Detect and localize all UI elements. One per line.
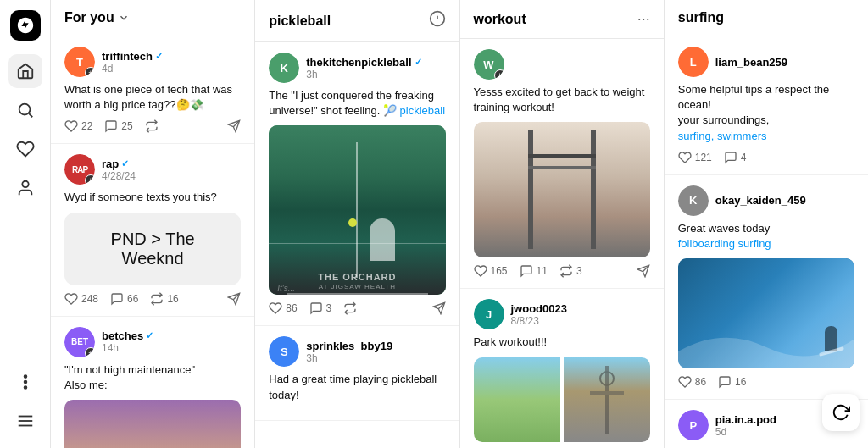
more-icon[interactable]: ··· bbox=[637, 10, 650, 28]
for-you-header: For you bbox=[51, 0, 254, 36]
avatar: W + bbox=[474, 49, 504, 80]
follow-plus[interactable]: + bbox=[85, 347, 95, 357]
post-header: J jwood0023 8/8/23 bbox=[474, 299, 650, 329]
workout-image-2 bbox=[564, 357, 650, 442]
post-time: 5d bbox=[715, 426, 776, 438]
svg-line-1 bbox=[29, 113, 32, 117]
like-button[interactable]: 248 bbox=[64, 292, 98, 306]
avatar-image: L bbox=[678, 47, 709, 77]
repost-button[interactable] bbox=[145, 119, 159, 133]
post-actions: 86 3 bbox=[269, 301, 445, 315]
comment-count: 3 bbox=[326, 302, 332, 314]
like-button[interactable]: 86 bbox=[678, 375, 706, 389]
comment-button[interactable]: 66 bbox=[110, 292, 138, 306]
repost-button[interactable]: 3 bbox=[559, 264, 582, 278]
post-text: Had a great time playing pickleball toda… bbox=[269, 372, 445, 402]
post-actions: 22 25 bbox=[64, 119, 241, 133]
svg-rect-23 bbox=[590, 391, 624, 395]
heart-icon[interactable] bbox=[8, 132, 42, 166]
post-actions: 86 16 bbox=[678, 375, 854, 389]
verified-badge: ✓ bbox=[155, 51, 163, 62]
post-header: K thekitchenpickleball ✓ 3h bbox=[269, 53, 445, 83]
verified-badge: ✓ bbox=[121, 158, 129, 169]
comment-button[interactable]: 11 bbox=[520, 264, 548, 278]
more-options-icon[interactable] bbox=[8, 365, 42, 399]
post-meta: okay_kaiden_459 bbox=[715, 194, 806, 207]
avatar-image: K bbox=[678, 185, 709, 216]
follow-plus[interactable]: + bbox=[494, 69, 504, 80]
post-workout-1: W + Yesss excited to get back to weight … bbox=[460, 39, 664, 289]
post-text: Great waves today foilboarding surfing bbox=[678, 221, 854, 252]
comment-button[interactable]: 3 bbox=[309, 301, 332, 315]
pickleball-title: pickleball bbox=[269, 14, 331, 29]
comment-count: 16 bbox=[735, 376, 746, 388]
gym-image bbox=[474, 122, 650, 257]
svg-rect-22 bbox=[605, 366, 609, 434]
surfing-column-wrapper: surfing L liam_bean259 bbox=[665, 0, 868, 448]
username: triffintech ✓ bbox=[102, 50, 163, 63]
post-time: 3h bbox=[306, 352, 392, 364]
workout-header: workout ··· bbox=[460, 0, 664, 39]
username: sprinkles_bby19 bbox=[306, 340, 392, 352]
refresh-button[interactable] bbox=[822, 394, 860, 431]
post-text: The "I just conquered the freaking unive… bbox=[269, 88, 445, 119]
post-text: Park workout!!! bbox=[474, 335, 650, 350]
post-meta: sprinkles_bby19 3h bbox=[306, 340, 392, 364]
post-time: 14h bbox=[102, 342, 153, 354]
workout-images bbox=[474, 357, 650, 442]
comment-count: 11 bbox=[537, 265, 548, 277]
post-liam: L liam_bean259 Some helpful tips a respe… bbox=[665, 36, 868, 175]
comment-button[interactable]: 16 bbox=[718, 375, 746, 389]
comment-button[interactable]: 4 bbox=[724, 151, 747, 164]
home-icon[interactable] bbox=[8, 54, 42, 88]
avatar: BET + bbox=[64, 327, 95, 357]
verified-badge: ✓ bbox=[415, 57, 422, 68]
avatar: K bbox=[678, 185, 709, 216]
pickleball-image: THE ORCHARD AT JIGSAW HEALTH It's... bbox=[269, 125, 445, 295]
post-meta: betches ✓ 14h bbox=[102, 329, 153, 354]
post-header: L liam_bean259 bbox=[678, 47, 854, 77]
menu-icon[interactable] bbox=[8, 404, 42, 438]
for-you-title[interactable]: For you bbox=[64, 10, 130, 25]
notification-icon[interactable] bbox=[429, 10, 446, 31]
workout-label: workout bbox=[474, 12, 526, 27]
share-button[interactable] bbox=[227, 292, 241, 306]
profile-icon[interactable] bbox=[8, 171, 42, 205]
repost-button[interactable] bbox=[343, 301, 357, 315]
username: jwood0023 bbox=[511, 302, 567, 315]
post-meta: thekitchenpickleball ✓ 3h bbox=[306, 56, 421, 80]
post-meta: triffintech ✓ 4d bbox=[102, 50, 163, 75]
like-count: 86 bbox=[286, 302, 297, 314]
share-button[interactable] bbox=[637, 264, 650, 278]
avatar-image: P bbox=[678, 410, 709, 440]
avatar: K bbox=[269, 53, 299, 83]
like-button[interactable]: 121 bbox=[678, 151, 712, 164]
like-button[interactable]: 165 bbox=[474, 264, 508, 278]
post-header: W + bbox=[474, 49, 650, 80]
workout-column: workout ··· W + Yesss excited to get bac… bbox=[460, 0, 665, 448]
surfing-title: surfing bbox=[678, 10, 724, 25]
like-button[interactable]: 86 bbox=[269, 301, 297, 315]
repost-button[interactable]: 16 bbox=[150, 292, 178, 306]
post-meta: rap ✓ 4/28/24 bbox=[102, 158, 136, 182]
comment-button[interactable]: 25 bbox=[104, 119, 132, 133]
surfing-label: surfing bbox=[678, 10, 724, 25]
follow-plus[interactable]: + bbox=[85, 174, 95, 185]
search-icon[interactable] bbox=[8, 93, 42, 127]
share-button[interactable] bbox=[227, 119, 241, 133]
post-actions: 248 66 16 bbox=[64, 292, 241, 306]
hashtag-link[interactable]: foilboarding surfing bbox=[678, 237, 771, 250]
share-button[interactable] bbox=[432, 301, 446, 315]
like-count: 86 bbox=[695, 376, 706, 388]
workout-image-1 bbox=[474, 357, 560, 442]
username: liam_bean259 bbox=[715, 56, 787, 69]
workout-feed: W + Yesss excited to get back to weight … bbox=[460, 39, 664, 448]
avatar-image: S bbox=[269, 336, 299, 367]
svg-point-2 bbox=[22, 181, 28, 187]
follow-plus[interactable]: + bbox=[85, 67, 95, 77]
hashtag-link[interactable]: surfing, swimmers bbox=[678, 130, 767, 142]
surfing-feed: L liam_bean259 Some helpful tips a respe… bbox=[665, 36, 868, 448]
for-you-column: For you T + triffintech ✓ 4d bbox=[51, 0, 255, 448]
surfing-header: surfing bbox=[665, 0, 868, 36]
like-button[interactable]: 22 bbox=[64, 119, 92, 133]
